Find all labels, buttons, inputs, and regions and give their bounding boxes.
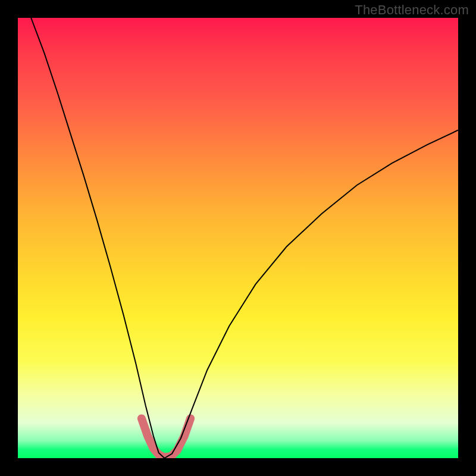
trough-marker-path xyxy=(142,418,190,457)
curve-layer xyxy=(18,18,458,458)
chart-frame: TheBottleneck.com xyxy=(0,0,476,476)
bottleneck-curve-right-path xyxy=(164,130,458,458)
bottleneck-curve-left-path xyxy=(31,18,164,458)
watermark-text: TheBottleneck.com xyxy=(355,2,469,18)
plot-area xyxy=(18,18,458,458)
